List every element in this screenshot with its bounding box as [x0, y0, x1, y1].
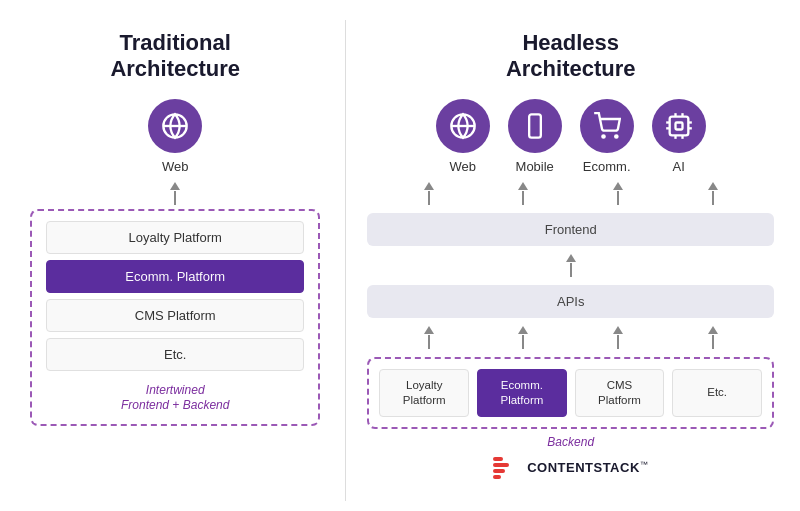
apis-bar: APIs	[367, 285, 774, 318]
right-ecomm-label: Ecomm.	[583, 159, 631, 174]
right-mobile-label: Mobile	[516, 159, 554, 174]
right-chip-icon	[652, 99, 706, 153]
left-platform-cms: CMS Platform	[46, 299, 304, 332]
svg-point-6	[602, 135, 604, 137]
left-web-label: Web	[162, 159, 189, 174]
right-arrow-web	[424, 182, 434, 205]
right-ecomm-col: Ecomm.	[580, 99, 634, 178]
left-dashed-label: IntertwinedFrontend + Backend	[46, 383, 304, 414]
right-mobile-icon	[508, 99, 562, 153]
right-ai-col: AI	[652, 99, 706, 178]
center-divider	[345, 20, 346, 501]
right-arrows-to-apis	[367, 322, 774, 353]
right-ecomm-platform-col: Ecomm.Platform	[477, 369, 567, 417]
left-platform-ecomm: Ecomm. Platform	[46, 260, 304, 293]
right-cms-box: CMSPlatform	[575, 369, 665, 417]
svg-rect-21	[493, 475, 501, 479]
left-web-icon-col: Web	[148, 99, 202, 178]
contentstack-logo: CONTENTSTACK™	[493, 457, 648, 479]
contentstack-logo-icon	[493, 457, 521, 479]
right-etc-col: Etc.	[672, 369, 762, 417]
right-cart-icon	[580, 99, 634, 153]
left-title: TraditionalArchitecture	[110, 30, 240, 83]
left-globe-icon	[148, 99, 202, 153]
svg-rect-9	[669, 116, 688, 135]
right-web-col: Web	[436, 99, 490, 178]
right-arrow-etc	[708, 326, 718, 349]
svg-rect-4	[529, 114, 541, 137]
frontend-bar: Frontend	[367, 213, 774, 246]
left-platform-loyalty: Loyalty Platform	[46, 221, 304, 254]
right-loyalty-box: LoyaltyPlatform	[379, 369, 469, 417]
right-arrow-cms	[613, 326, 623, 349]
right-arrows-to-frontend	[367, 178, 774, 209]
right-etc-box: Etc.	[672, 369, 762, 417]
svg-rect-20	[493, 469, 505, 473]
left-dashed-box: Loyalty Platform Ecomm. Platform CMS Pla…	[30, 209, 320, 426]
right-arrow-apis	[566, 254, 576, 277]
left-arrow-1	[170, 182, 180, 205]
right-mobile-col: Mobile	[508, 99, 562, 178]
left-panel: TraditionalArchitecture Web Loyalty Plat…	[10, 20, 340, 501]
right-loyalty-col: LoyaltyPlatform	[379, 369, 469, 417]
right-arrow-ecomm2	[518, 326, 528, 349]
right-title: HeadlessArchitecture	[506, 30, 636, 83]
right-arrow-ecomm	[613, 182, 623, 205]
right-web-label: Web	[449, 159, 476, 174]
right-panel: HeadlessArchitecture Web Mobile	[351, 20, 790, 501]
right-globe-icon	[436, 99, 490, 153]
right-cms-col: CMSPlatform	[575, 369, 665, 417]
right-ai-label: AI	[673, 159, 685, 174]
svg-rect-8	[675, 122, 682, 129]
contentstack-logo-text: CONTENTSTACK™	[527, 460, 648, 475]
main-container: TraditionalArchitecture Web Loyalty Plat…	[0, 0, 800, 511]
right-icons-row: Web Mobile Ecomm. AI	[436, 99, 706, 178]
right-arrow-loyalty	[424, 326, 434, 349]
svg-rect-19	[493, 463, 509, 467]
svg-rect-18	[493, 457, 503, 461]
right-dashed-box: LoyaltyPlatform Ecomm.Platform CMSPlatfo…	[367, 357, 774, 429]
left-platform-etc: Etc.	[46, 338, 304, 371]
right-arrow-mobile	[518, 182, 528, 205]
right-ecomm-platform-box: Ecomm.Platform	[477, 369, 567, 417]
backend-label: Backend	[547, 435, 594, 449]
right-arrow-ai	[708, 182, 718, 205]
svg-point-7	[615, 135, 617, 137]
